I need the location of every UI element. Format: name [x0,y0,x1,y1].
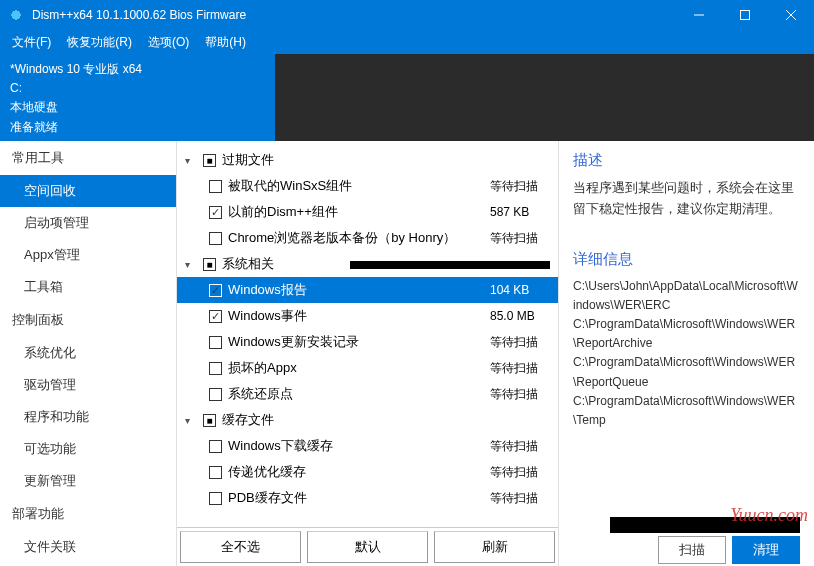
maximize-button[interactable] [722,0,768,30]
menu-bar: 文件(F) 恢复功能(R) 选项(O) 帮助(H) [0,30,814,54]
status-ready: 准备就绪 [10,118,265,137]
checkbox[interactable]: ✓ [209,284,222,297]
item-broken-appx[interactable]: 损坏的Appx等待扫描 [177,355,558,381]
checkbox[interactable] [209,232,222,245]
description-text: 当程序遇到某些问题时，系统会在这里留下稳定性报告，建议你定期清理。 [573,178,800,220]
sidebar-category: 部署功能 [0,497,176,531]
svg-rect-0 [741,11,750,20]
sidebar-category: 常用工具 [0,141,176,175]
path-line: C:\Users\John\AppData\Local\Microsoft\Wi… [573,277,800,315]
collapse-icon[interactable]: ▾ [185,259,197,270]
action-buttons: 扫描 清理 [658,536,800,564]
description-heading: 描述 [573,151,800,170]
sidebar-item-sysopt[interactable]: 系统优化 [0,337,176,369]
cleanup-list[interactable]: ▾ ■ 过期文件 被取代的WinSxS组件等待扫描 ✓以前的Dism++组件58… [177,141,558,527]
app-icon [8,7,24,23]
collapse-icon[interactable]: ▾ [185,155,197,166]
checkbox[interactable] [209,388,222,401]
item-delivery-cache[interactable]: 传递优化缓存等待扫描 [177,459,558,485]
item-windows-report[interactable]: ✓Windows报告104 KB [177,277,558,303]
button-bar: 全不选 默认 刷新 [177,527,558,566]
banner-area [275,54,814,141]
sidebar-category: 控制面板 [0,303,176,337]
details-paths: C:\Users\John\AppData\Local\Microsoft\Wi… [573,277,800,431]
details-panel: 描述 当程序遇到某些问题时，系统会在这里留下稳定性报告，建议你定期清理。 详细信… [559,141,814,566]
group-label: 缓存文件 [222,411,550,429]
sidebar-item-updates[interactable]: 更新管理 [0,465,176,497]
item-update-log[interactable]: Windows更新安装记录等待扫描 [177,329,558,355]
collapse-icon[interactable]: ▾ [185,415,197,426]
checkbox[interactable]: ✓ [209,206,222,219]
checkbox[interactable] [209,180,222,193]
group-expired[interactable]: ▾ ■ 过期文件 [177,147,558,173]
menu-restore[interactable]: 恢复功能(R) [59,31,140,54]
sidebar: 常用工具 空间回收 启动项管理 Appx管理 工具箱 控制面板 系统优化 驱动管… [0,141,177,566]
checkbox[interactable]: ■ [203,258,216,271]
checkbox[interactable] [209,492,222,505]
item-restore-point[interactable]: 系统还原点等待扫描 [177,381,558,407]
sidebar-item-appx[interactable]: Appx管理 [0,239,176,271]
scan-button[interactable]: 扫描 [658,536,726,564]
default-button[interactable]: 默认 [307,531,428,563]
details-heading: 详细信息 [573,250,800,269]
deselect-all-button[interactable]: 全不选 [180,531,301,563]
checkbox[interactable]: ■ [203,414,216,427]
os-name: *Windows 10 专业版 x64 [10,60,265,79]
title-bar: Dism++x64 10.1.1000.62 Bios Firmware [0,0,814,30]
item-download-cache[interactable]: Windows下载缓存等待扫描 [177,433,558,459]
sidebar-item-toolbox[interactable]: 工具箱 [0,271,176,303]
group-cache[interactable]: ▾ ■ 缓存文件 [177,407,558,433]
item-chrome-backup[interactable]: Chrome浏览器老版本备份（by Honry）等待扫描 [177,225,558,251]
item-old-dism[interactable]: ✓以前的Dism++组件587 KB [177,199,558,225]
checkbox[interactable]: ■ [203,154,216,167]
close-button[interactable] [768,0,814,30]
refresh-button[interactable]: 刷新 [434,531,555,563]
sidebar-item-space-cleanup[interactable]: 空间回收 [0,175,176,207]
path-line: C:\ProgramData\Microsoft\Windows\WER\Rep… [573,315,800,353]
sidebar-item-driver[interactable]: 驱动管理 [0,369,176,401]
checkbox[interactable] [209,336,222,349]
sidebar-item-fileassoc[interactable]: 文件关联 [0,531,176,563]
cleanup-panel: ▾ ■ 过期文件 被取代的WinSxS组件等待扫描 ✓以前的Dism++组件58… [177,141,559,566]
watermark-text: Yuucn.com [730,505,808,526]
redaction-bar [350,261,550,269]
item-pdb-cache[interactable]: PDB缓存文件等待扫描 [177,485,558,511]
checkbox[interactable] [209,440,222,453]
sidebar-item-programs[interactable]: 程序和功能 [0,401,176,433]
sidebar-item-optional[interactable]: 可选功能 [0,433,176,465]
checkbox[interactable]: ✓ [209,310,222,323]
drive-letter: C: [10,79,265,98]
clean-button[interactable]: 清理 [732,536,800,564]
main-content: 常用工具 空间回收 启动项管理 Appx管理 工具箱 控制面板 系统优化 驱动管… [0,141,814,566]
system-info: *Windows 10 专业版 x64 C: 本地硬盘 准备就绪 [0,54,275,141]
menu-help[interactable]: 帮助(H) [197,31,254,54]
sidebar-item-startup[interactable]: 启动项管理 [0,207,176,239]
drive-type: 本地硬盘 [10,98,265,117]
item-winsxs[interactable]: 被取代的WinSxS组件等待扫描 [177,173,558,199]
header-panel: *Windows 10 专业版 x64 C: 本地硬盘 准备就绪 [0,54,814,141]
window-title: Dism++x64 10.1.1000.62 Bios Firmware [32,8,676,22]
checkbox[interactable] [209,362,222,375]
path-line: C:\ProgramData\Microsoft\Windows\WER\Tem… [573,392,800,430]
group-label: 过期文件 [222,151,550,169]
item-windows-event[interactable]: ✓Windows事件85.0 MB [177,303,558,329]
menu-file[interactable]: 文件(F) [4,31,59,54]
checkbox[interactable] [209,466,222,479]
path-line: C:\ProgramData\Microsoft\Windows\WER\Rep… [573,353,800,391]
minimize-button[interactable] [676,0,722,30]
menu-options[interactable]: 选项(O) [140,31,197,54]
